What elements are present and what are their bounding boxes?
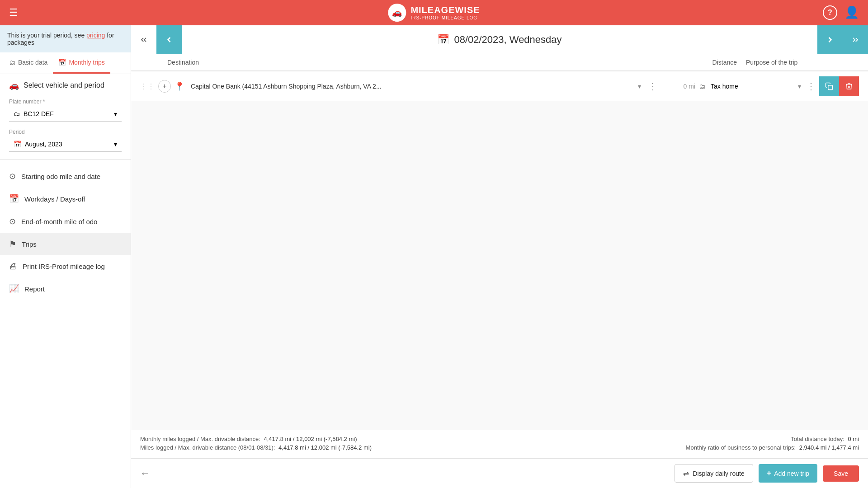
purpose-select[interactable]: Tax home xyxy=(708,81,796,92)
total-distance-label: Total distance today: xyxy=(791,436,844,442)
destination-dropdown[interactable]: ▾ xyxy=(638,83,641,90)
destination-input[interactable] xyxy=(188,81,636,92)
right-actions: ⇌ Display daily route + Add new trip Sav… xyxy=(675,464,859,483)
sidebar-tabs: 🗂 Basic data 📅 Monthly trips xyxy=(0,52,131,74)
trip-more-options[interactable]: ⋮ xyxy=(648,81,657,92)
date-navigation: 📅 08/02/2023, Wednesday xyxy=(131,25,868,54)
main-layout: This is your trial period, see pricing f… xyxy=(0,25,868,488)
divider-1 xyxy=(0,159,131,160)
monthly-miles-label: Monthly miles logged / Max. drivable dis… xyxy=(140,436,260,442)
app-header: ☰ 🚗 MILEAGEWISE IRS-PROOF MILEAGE LOG ? … xyxy=(0,0,868,25)
next-date-button[interactable] xyxy=(817,25,843,54)
period-select[interactable]: 📅 August, 2023 ▾ xyxy=(9,137,122,152)
period-label: Period xyxy=(9,129,122,135)
monthly-ratio-value: 2,940.4 mi / 1,477.4 mi xyxy=(799,444,859,451)
plate-select[interactable]: 🗂 BC12 DEF ▾ xyxy=(9,107,122,122)
table-row: ⋮⋮ + 📍 ▾ ⋮ 0 mi 🗂 Tax home ▾ ⋮ xyxy=(131,72,868,101)
main-content: 📅 08/02/2023, Wednesday Desti xyxy=(131,25,868,488)
tab-basic-data[interactable]: 🗂 Basic data xyxy=(4,52,53,74)
total-distance-value: 0 mi xyxy=(848,436,859,442)
table-header: Destination Distance Purpose of the trip xyxy=(131,54,868,71)
trips-label: Trips xyxy=(22,240,37,248)
save-button[interactable]: Save xyxy=(823,465,859,482)
route-icon: ⇌ xyxy=(683,469,689,478)
save-label: Save xyxy=(834,470,848,477)
print-icon: 🖨 xyxy=(9,262,17,271)
sidebar-nav: ⊙ Starting odo mile and date 📅 Workdays … xyxy=(0,161,131,304)
purpose-icon: 🗂 xyxy=(699,83,705,90)
briefcase-icon: 🗂 xyxy=(14,110,20,117)
chevron-down-icon: ▾ xyxy=(114,110,117,117)
sidebar-item-report[interactable]: 📈 Report xyxy=(0,277,131,300)
col-distance: Distance xyxy=(701,59,746,66)
date-text: 08/02/2023, Wednesday xyxy=(454,34,561,46)
app-logo: 🚗 MILEAGEWISE IRS-PROOF MILEAGE LOG xyxy=(388,4,480,22)
svg-rect-0 xyxy=(828,85,833,90)
user-icon[interactable]: 👤 xyxy=(844,5,859,20)
action-bar: ← ⇌ Display daily route + Add new trip S… xyxy=(131,458,868,488)
monthly-miles-value: 4,417.8 mi / 12,002 mi (-7,584.2 mi) xyxy=(264,436,357,442)
print-label: Print IRS-Proof mileage log xyxy=(23,263,105,270)
menu-icon[interactable]: ☰ xyxy=(9,7,18,19)
purpose-more-options[interactable]: ⋮ xyxy=(807,81,816,92)
stats-bar: Monthly miles logged / Max. drivable dis… xyxy=(131,430,868,458)
basic-data-icon: 🗂 xyxy=(9,59,15,66)
sidebar-item-starting-odo[interactable]: ⊙ Starting odo mile and date xyxy=(0,165,131,188)
plus-icon: + xyxy=(767,469,772,478)
monthly-trips-icon: 📅 xyxy=(58,59,66,66)
car-icon: 🚗 xyxy=(9,80,19,90)
miles-logged-value: 4,417.8 mi / 12,002 mi (-7,584.2 mi) xyxy=(278,444,372,451)
location-icon: 📍 xyxy=(175,81,184,91)
logo-icon: 🚗 xyxy=(388,4,406,22)
date-nav-end xyxy=(817,25,868,54)
stats-row-2: Miles logged / Max. drivable distance (0… xyxy=(140,444,859,451)
purpose-container: 🗂 Tax home ▾ xyxy=(699,81,803,92)
tab-basic-data-label: Basic data xyxy=(18,59,47,66)
sidebar-item-end-odo[interactable]: ⊙ End-of-month mile of odo xyxy=(0,210,131,233)
report-icon: 📈 xyxy=(9,284,19,294)
delete-trip-button[interactable] xyxy=(839,76,859,96)
report-label: Report xyxy=(24,285,45,293)
monthly-ratio-label: Monthly ratio of business to personal tr… xyxy=(686,444,796,451)
odo-icon: ⊙ xyxy=(9,171,16,181)
sidebar: This is your trial period, see pricing f… xyxy=(0,25,131,488)
tab-monthly-trips-label: Monthly trips xyxy=(69,59,104,66)
first-page-button[interactable] xyxy=(131,25,156,54)
miles-logged-label: Miles logged / Max. drivable distance (0… xyxy=(140,444,275,451)
sidebar-item-print[interactable]: 🖨 Print IRS-Proof mileage log xyxy=(0,255,131,277)
copy-trip-button[interactable] xyxy=(819,76,839,96)
workdays-label: Workdays / Days-off xyxy=(24,195,85,203)
add-stop-button[interactable]: + xyxy=(158,80,171,93)
tab-monthly-trips[interactable]: 📅 Monthly trips xyxy=(53,52,110,74)
back-button[interactable]: ← xyxy=(140,468,150,479)
sidebar-item-trips[interactable]: ⚑ Trips xyxy=(0,233,131,255)
calendar-workdays-icon: 📅 xyxy=(9,194,19,204)
last-page-button[interactable] xyxy=(843,25,868,54)
end-odo-label: End-of-month mile of odo xyxy=(21,218,97,225)
chevron-down-icon-period: ▾ xyxy=(114,141,117,148)
drag-handle[interactable]: ⋮⋮ xyxy=(140,82,155,91)
flag-icon: ⚑ xyxy=(9,239,16,249)
prev-date-button[interactable] xyxy=(156,25,182,54)
trial-banner: This is your trial period, see pricing f… xyxy=(0,25,131,52)
plate-number-group: Plate number * 🗂 BC12 DEF ▾ xyxy=(0,97,131,127)
calendar-small-icon: 📅 xyxy=(14,141,21,148)
header-actions: ? 👤 xyxy=(823,5,859,20)
sidebar-item-workdays[interactable]: 📅 Workdays / Days-off xyxy=(0,188,131,210)
select-vehicle-section: 🚗 Select vehicle and period xyxy=(0,74,131,97)
add-new-trip-button[interactable]: + Add new trip xyxy=(759,464,817,483)
content-spacer xyxy=(131,101,868,430)
distance-value: 0 mi xyxy=(663,83,699,90)
period-group: Period 📅 August, 2023 ▾ xyxy=(0,127,131,157)
add-trip-label: Add new trip xyxy=(774,470,809,477)
logo-subtitle: IRS-PROOF MILEAGE LOG xyxy=(410,15,480,20)
display-route-label: Display daily route xyxy=(693,470,744,477)
purpose-dropdown-icon[interactable]: ▾ xyxy=(798,83,801,90)
starting-odo-label: Starting odo mile and date xyxy=(21,173,100,180)
current-date: 📅 08/02/2023, Wednesday xyxy=(182,34,817,46)
display-daily-route-button[interactable]: ⇌ Display daily route xyxy=(675,464,753,483)
trip-row-actions xyxy=(819,76,859,96)
pricing-link[interactable]: pricing xyxy=(86,32,105,39)
col-purpose: Purpose of the trip xyxy=(746,59,859,66)
help-icon[interactable]: ? xyxy=(823,5,837,20)
